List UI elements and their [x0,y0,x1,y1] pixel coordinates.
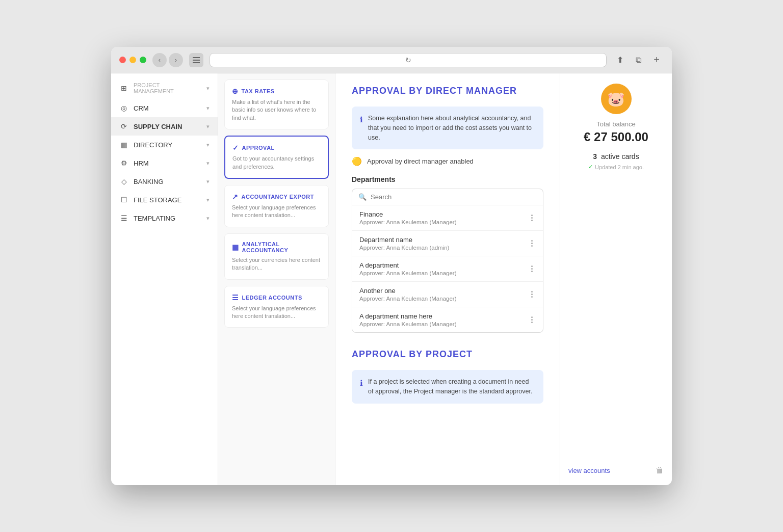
forward-button[interactable]: › [169,53,183,67]
sidebar-item-directory[interactable]: ▦ DIRECTORY ▾ [111,136,218,154]
search-box[interactable]: 🔍 [352,189,543,205]
dept-info: Department name Approver: Anna Keuleman … [359,236,528,251]
templating-icon: ☰ [119,214,128,223]
sidebar-item-hrm[interactable]: ⚙ HRM ▾ [111,154,218,172]
departments-label: Departments [352,175,543,183]
approval-title: ✓ APPROVAL [232,144,321,152]
right-panel: 🐷 Total balance € 27 500.00 3 active car… [560,73,672,485]
tax-rates-icon: ⊕ [232,87,239,95]
dept-approver: Approver: Anna Keuleman (Manager) [359,270,528,276]
department-item-another-one: Another one Approver: Anna Keuleman (Man… [352,282,543,307]
sidebar-item-project-management[interactable]: ⊞ PROJECT MANAGEMENT ▾ [111,77,218,99]
file-storage-icon: ☐ [119,195,128,204]
browser-chrome: ‹ › ↻ ⬆ ⧉ + [111,47,672,73]
sidebar-toggle-button[interactable] [189,53,203,67]
crm-icon: ◎ [119,103,128,113]
approval-toggle-label: Approval by direct manager anabled [367,157,474,165]
supply-chain-icon: ⟳ [119,122,128,131]
dept-approver: Approver: Anna Keuleman (admin) [359,245,528,251]
info-icon: ℹ [360,114,363,126]
dept-name: Finance [359,210,528,218]
sidebar-item-crm[interactable]: ◎ CRM ▾ [111,99,218,117]
tax-rates-title: ⊕ TAX RATES [232,87,321,95]
info-banner-2: ℹ If a project is selected when creating… [352,370,543,404]
analytical-accountancy-card[interactable]: ▦ ANALYTICAL ACCOUNTANCY Select your cur… [224,233,329,280]
directory-icon: ▦ [119,140,128,149]
sidebar-item-label: TEMPLATING [134,215,201,222]
updated-text: ✓ Updated 2 min ago. [588,164,644,170]
dept-menu-button[interactable] [528,315,536,324]
department-item-name: Department name Approver: Anna Keuleman … [352,231,543,256]
sidebar: ⊞ PROJECT MANAGEMENT ▾ ◎ CRM ▾ ⟳ SUPPLY … [111,73,218,485]
accountancy-export-card[interactable]: ↗ ACCOUNTANCY EXPORT Select your languag… [224,185,329,227]
toggle-icon[interactable]: 🟡 [352,156,362,166]
new-tab-button[interactable]: + [649,53,664,67]
chevron-icon: ▾ [206,123,210,130]
ledger-accounts-card[interactable]: ☰ LEDGER ACCOUNTS Select your language p… [224,286,329,328]
sidebar-item-templating[interactable]: ☰ TEMPLATING ▾ [111,209,218,227]
sidebar-item-label: DIRECTORY [134,141,201,149]
trash-icon[interactable]: 🗑 [656,466,664,475]
dept-name: A department [359,261,528,269]
share-button[interactable]: ⬆ [613,53,627,67]
approval-card[interactable]: ✓ APPROVAL Got to your accountancy setti… [224,136,329,179]
dept-info: Finance Approver: Anna Keuleman (Manager… [359,210,528,225]
main-content: APPROVAL BY DIRECT MANAGER ℹ Some explan… [335,73,560,485]
tax-rates-card[interactable]: ⊕ TAX RATES Make a list of what's here i… [224,79,329,129]
chevron-icon: ▾ [206,178,210,185]
dept-name: Department name [359,236,528,244]
svg-rect-0 [193,57,200,58]
nav-buttons: ‹ › [152,53,183,67]
dept-menu-button[interactable] [528,239,536,248]
address-bar[interactable]: ↻ [210,53,607,67]
back-button[interactable]: ‹ [152,53,167,67]
sidebar-item-file-storage[interactable]: ☐ FILE STORAGE ▾ [111,191,218,209]
check-icon: ✓ [588,164,593,170]
reload-icon[interactable]: ↻ [405,56,411,64]
dept-approver: Approver: Anna Keuleman (Manager) [359,296,528,302]
svg-rect-2 [193,62,200,63]
view-accounts-link[interactable]: view accounts [568,467,610,474]
duplicate-button[interactable]: ⧉ [631,53,645,67]
dept-menu-button[interactable] [528,290,536,299]
analytical-accountancy-desc: Select your currencies here content tran… [232,256,321,272]
info-banner-text: Some explanation here about analytical a… [368,114,535,142]
sidebar-item-supply-chain[interactable]: ⟳ SUPPLY CHAIN ▾ [111,117,218,136]
department-item-finance: Finance Approver: Anna Keuleman (Manager… [352,205,543,231]
dept-menu-button[interactable] [528,214,536,222]
dept-menu-button[interactable] [528,264,536,273]
maximize-button[interactable] [140,57,146,63]
sidebar-item-label: PROJECT MANAGEMENT [134,82,201,94]
traffic-lights [119,57,146,63]
dept-approver: Approver: Anna Keuleman (Manager) [359,219,528,225]
project-banner-text: If a project is selected when creating a… [368,377,535,396]
dept-name: A department name here [359,312,528,320]
department-item-a-department: A department Approver: Anna Keuleman (Ma… [352,256,543,282]
department-item-name-here: A department name here Approver: Anna Ke… [352,307,543,332]
chevron-icon: ▾ [206,105,210,112]
close-button[interactable] [119,57,126,63]
svg-rect-1 [193,60,200,61]
dept-info: A department name here Approver: Anna Ke… [359,312,528,327]
section1-title: APPROVAL BY DIRECT MANAGER [352,86,543,96]
minimize-button[interactable] [129,57,136,63]
chevron-icon: ▾ [206,215,210,222]
section2-title: APPROVAL BY PROJECT [352,349,543,360]
dept-info: Another one Approver: Anna Keuleman (Man… [359,287,528,302]
dept-approver: Approver: Anna Keuleman (Manager) [359,321,528,327]
total-balance-label: Total balance [596,120,636,128]
search-icon: 🔍 [358,193,367,201]
browser-window: ‹ › ↻ ⬆ ⧉ + ⊞ PROJECT MANAGEMENT ▾ ◎ CRM [111,47,672,485]
sidebar-item-label: FILE STORAGE [134,196,201,204]
search-input[interactable] [371,193,537,201]
active-cards-label: active cards [601,152,639,161]
active-cards: 3 active cards [593,152,639,161]
project-management-icon: ⊞ [119,84,128,93]
sidebar-item-banking[interactable]: ◇ BANKING ▾ [111,172,218,191]
hrm-icon: ⚙ [119,158,128,168]
view-accounts-row: view accounts 🗑 [568,466,664,475]
accountancy-export-icon: ↗ [232,193,239,201]
app-container: ⊞ PROJECT MANAGEMENT ▾ ◎ CRM ▾ ⟳ SUPPLY … [111,73,672,485]
middle-section: ⊕ TAX RATES Make a list of what's here i… [218,73,335,485]
chevron-icon: ▾ [206,160,210,167]
